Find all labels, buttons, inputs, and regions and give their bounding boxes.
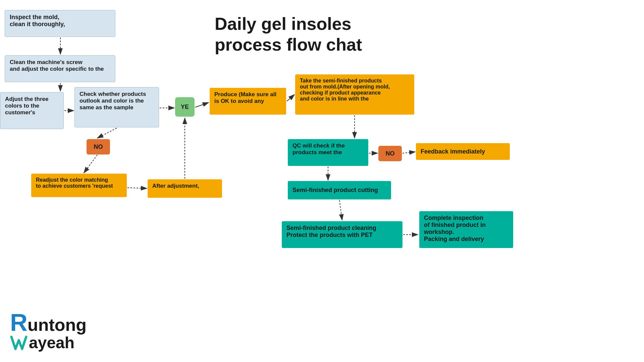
- box-readjust: Readjust the color matching to achieve c…: [31, 174, 127, 197]
- badge-no-left: NO: [87, 139, 110, 155]
- svg-line-15: [339, 200, 342, 220]
- box-complete-inspection: Complete inspection of finished product …: [419, 211, 513, 248]
- box-check-outlook: Check whether products outlook and color…: [74, 87, 159, 127]
- box-adjust-colors: Adjust the three colors to the customer'…: [0, 92, 64, 129]
- box-clean-machine: Clean the machine's screw and adjust the…: [5, 55, 115, 82]
- logo-r: R: [10, 309, 28, 336]
- page-title: Daily gel insoles process flow chat: [215, 13, 362, 55]
- badge-no-right: NO: [378, 146, 402, 161]
- box-qc-check: QC will check if the products meet the: [288, 139, 368, 166]
- box-produce: Produce (Make sure all is OK to avoid an…: [210, 88, 286, 115]
- box-semi-out: Take the semi-finished products out from…: [295, 74, 414, 115]
- badge-yes: YE: [175, 97, 195, 117]
- logo-untong: untong: [28, 315, 87, 335]
- svg-line-7: [287, 95, 294, 101]
- svg-line-11: [127, 188, 147, 188]
- logo: R untong ayeah: [10, 309, 87, 352]
- box-cutting: Semi-finished product cutting: [288, 181, 391, 199]
- svg-line-9: [97, 128, 117, 138]
- box-inspect-mold: Inspect the mold, clean it thoroughly,: [5, 10, 115, 37]
- svg-line-10: [84, 155, 97, 173]
- svg-line-6: [195, 103, 209, 107]
- logo-w-icon: [10, 334, 28, 352]
- box-feedback: Feedback immediately: [416, 143, 510, 160]
- box-after-adjustment: After adjustment,: [148, 179, 222, 198]
- logo-ayeah: ayeah: [29, 334, 74, 352]
- svg-line-13: [402, 152, 415, 153]
- box-cleaning: Semi-finished product cleaning Protect t…: [282, 221, 402, 248]
